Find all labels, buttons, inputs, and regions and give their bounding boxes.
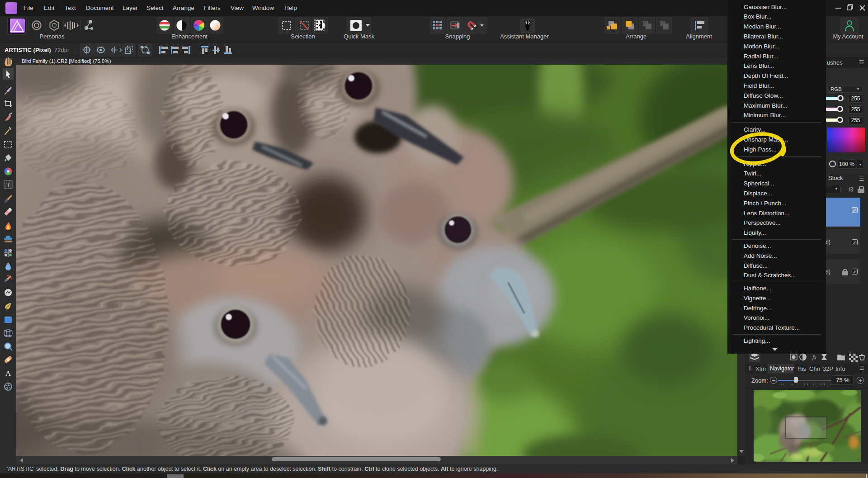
- svg-text:T: T: [6, 182, 10, 189]
- svg-text:A: A: [5, 369, 11, 377]
- svg-text:fx: fx: [812, 354, 816, 360]
